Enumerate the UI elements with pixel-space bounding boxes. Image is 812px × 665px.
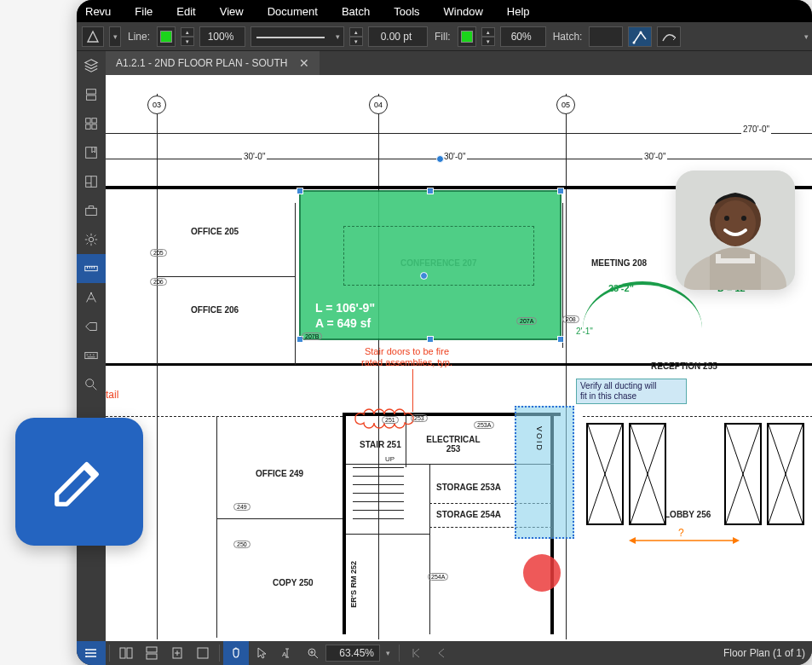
orange-dim[interactable] [629, 534, 740, 547]
selection-handle[interactable] [436, 155, 444, 163]
svg-point-1 [633, 41, 636, 43]
svg-point-29 [85, 652, 87, 654]
menu-help[interactable]: Help [507, 5, 530, 18]
door-tag: 251 [382, 416, 399, 424]
rail-pen-icon[interactable] [77, 283, 106, 312]
menu-tools[interactable]: Tools [394, 5, 419, 18]
shape-dropdown[interactable]: ▾ [109, 26, 121, 47]
wall [157, 276, 295, 277]
orange-dim-label: ? [678, 527, 684, 539]
door-tag: 207A [516, 317, 537, 325]
wall [346, 534, 429, 535]
rail-gear-icon[interactable] [77, 225, 106, 254]
drawing-canvas[interactable]: 03 04 05 270'-0" 30'-0" 30'-0" 30'-0" [106, 75, 812, 641]
markup-app-tile[interactable] [15, 418, 143, 546]
svg-point-12 [89, 237, 93, 241]
prev-page-icon[interactable] [429, 641, 454, 665]
tab-title: A1.2.1 - 2ND FLOOR PLAN - SOUTH [116, 57, 287, 69]
shape-tool[interactable] [82, 26, 104, 47]
pan-hand-icon[interactable] [223, 641, 249, 665]
svg-point-43 [724, 216, 729, 221]
menu-edit[interactable]: Edit [176, 5, 195, 18]
wall [429, 464, 430, 634]
annotation-area: A = 649 sf [315, 316, 371, 330]
svg-point-28 [85, 649, 87, 651]
opacity2-field[interactable]: 60% [500, 26, 546, 47]
wall [562, 203, 563, 348]
svg-point-14 [90, 292, 92, 294]
annotation-length: L = 106'-9" [315, 301, 375, 315]
snap-tool-icon[interactable] [628, 26, 652, 47]
elevator [586, 423, 624, 525]
rail-toolbox-icon[interactable] [77, 196, 106, 225]
menu-batch[interactable]: Batch [342, 5, 370, 18]
zoom-field[interactable]: 63.45% [325, 645, 380, 662]
wall [343, 413, 346, 634]
list-icon[interactable] [77, 641, 106, 665]
left-rail [77, 51, 106, 641]
menu-document[interactable]: Document [268, 5, 318, 18]
red-circle-markup[interactable] [523, 554, 561, 592]
zoom-dropdown[interactable]: ▾ [380, 641, 395, 665]
rail-search-icon[interactable] [77, 370, 106, 399]
menu-revu[interactable]: Revu [85, 5, 111, 18]
menu-file[interactable]: File [135, 5, 153, 18]
rail-thumbnails-icon[interactable] [77, 80, 106, 109]
svg-rect-34 [147, 654, 157, 659]
room-office205: OFFICE 205 [191, 227, 239, 236]
avatar-icon [676, 171, 795, 290]
split-vertical-icon[interactable] [113, 641, 139, 665]
rail-keyboard-icon[interactable] [77, 341, 106, 370]
chase-highlight[interactable] [515, 406, 574, 539]
opacity1-field[interactable]: 100% [199, 26, 245, 47]
room-reception255: RECEPTION 255 [651, 361, 717, 371]
menu-view[interactable]: View [220, 5, 244, 18]
door-tag: 254A [428, 573, 448, 581]
stair [353, 467, 404, 532]
rail-measure-icon[interactable] [77, 254, 106, 283]
svg-rect-15 [85, 352, 97, 358]
zoom-icon[interactable] [300, 641, 325, 665]
partial-text: tail [106, 389, 118, 401]
first-page-icon[interactable] [403, 641, 429, 665]
line-width-field[interactable]: 0.00 pt [368, 26, 428, 47]
unsplit-icon[interactable] [190, 641, 216, 665]
grid-line [157, 94, 158, 639]
red-callout[interactable]: Stair doors to be fire rated assemblies,… [361, 346, 452, 368]
elevator [767, 423, 804, 525]
rail-grid-icon[interactable] [77, 109, 106, 138]
door-tag: 253A [474, 421, 494, 429]
blue-callout[interactable]: Verify all ducting will fit in this chas… [576, 379, 687, 404]
door-tag: 249 [233, 503, 251, 511]
dim-30a: 30'-0" [242, 152, 267, 161]
split-horizontal-icon[interactable] [139, 641, 164, 665]
page-add-icon[interactable] [164, 641, 190, 665]
door-tag: 253 [411, 414, 428, 422]
dash-line [583, 416, 812, 417]
hatch-dropdown[interactable]: ▾ [589, 26, 623, 47]
grid-bubble: 05 [556, 95, 575, 114]
room-electrical253: ELECTRICAL 253 [419, 435, 487, 454]
text-cursor-icon[interactable]: A [274, 641, 300, 665]
room-office206: OFFICE 206 [191, 305, 239, 315]
opacity1-spinner[interactable]: ▴▾ [181, 27, 194, 46]
width-spinner[interactable]: ▴▾ [349, 27, 363, 46]
fill-color[interactable] [458, 26, 476, 47]
arrow-cursor-icon[interactable] [249, 641, 274, 665]
rail-layers-icon[interactable] [77, 51, 106, 80]
room-meeting208: MEETING 208 [591, 258, 647, 268]
user-avatar[interactable] [676, 171, 795, 290]
rail-bookmark-icon[interactable] [77, 138, 106, 167]
curve-tool-icon[interactable] [657, 26, 681, 47]
opacity2-spinner[interactable]: ▴▾ [481, 27, 495, 46]
close-icon[interactable]: ✕ [299, 56, 309, 70]
document-tab[interactable]: A1.2.1 - 2ND FLOOR PLAN - SOUTH ✕ [106, 51, 320, 75]
svg-rect-6 [92, 119, 96, 123]
room-rm252: ER'S RM 252 [349, 561, 358, 608]
line-style[interactable]: ▾ [251, 26, 344, 47]
rail-tag-icon[interactable] [77, 312, 106, 341]
menu-window[interactable]: Window [444, 5, 483, 18]
line-color[interactable] [157, 26, 176, 47]
rail-spaces-icon[interactable] [77, 167, 106, 196]
svg-rect-4 [87, 95, 96, 100]
